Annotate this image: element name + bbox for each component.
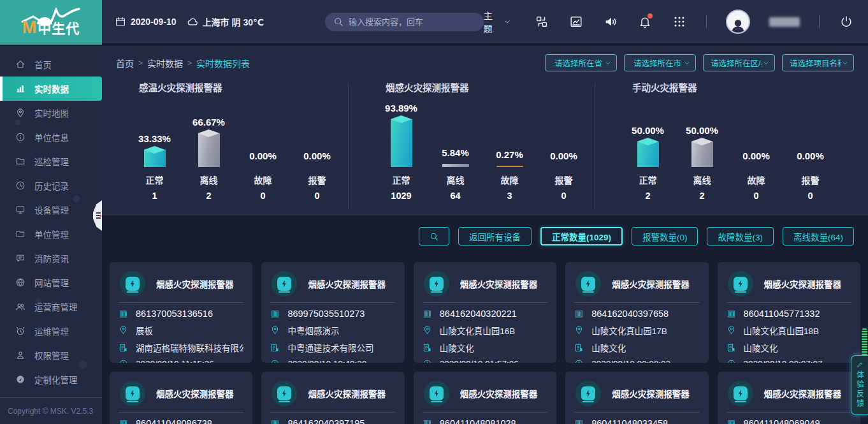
scrollbar-thumb[interactable] (862, 328, 867, 356)
status-percent: 0.00% (742, 150, 770, 161)
chevron-down-icon (503, 18, 511, 26)
sidebar-item-7[interactable]: 设备管理 (0, 198, 102, 222)
history-icon (574, 359, 584, 363)
sidebar-item-14[interactable]: 定制化管理 (0, 367, 102, 391)
search-input[interactable] (349, 17, 476, 27)
device-filter-toolbar: 返回所有设备正常数量(1029)报警数量(0)故障数量(3)离线数量(64) (102, 216, 868, 245)
sidebar-item-2[interactable]: 实时数据 (0, 77, 102, 101)
bolt-icon (584, 279, 593, 288)
notification-badge (647, 13, 653, 18)
device-card-3[interactable]: 烟感火灾探测报警器864162040320221山陵文化真山园16B山陵文化20… (414, 262, 556, 363)
sound-button[interactable] (603, 14, 618, 29)
device-card-7[interactable]: 烟感火灾探测报警器864162040397195山陵文化真山园 (261, 372, 404, 424)
card-time-row: 2020/09/10 01:57:06 (423, 359, 547, 363)
logo-letter-m: M (22, 18, 38, 37)
summary-panel: 首页>实时数据>实时数据列表 请选择所在省请选择所在市请选择所在区/县请选择项目… (102, 46, 868, 216)
status-label: 报警 (308, 173, 326, 186)
sidebar-item-13[interactable]: 权限管理 (0, 343, 102, 367)
pen-icon (856, 361, 864, 369)
card-header: 烟感火灾探测报警器 (270, 377, 395, 412)
toolbar-button-2[interactable]: 正常数量(1029) (540, 227, 623, 245)
status-label: 故障 (501, 173, 519, 186)
breadcrumb: 首页>实时数据>实时数据列表 (116, 57, 250, 69)
map-pin-icon (270, 325, 280, 335)
sidebar-item-4[interactable]: 单位信息 (0, 125, 102, 149)
apps-menu-button[interactable] (672, 14, 687, 29)
device-card-1[interactable]: 烟感火灾探测报警器861370053136516展板湖南迈格瑞特物联科技有限公司… (110, 262, 252, 363)
sidebar-item-10[interactable]: 网站管理 (0, 270, 102, 295)
notifications-button[interactable] (637, 14, 653, 29)
card-location-row: 山陵文化真山园17B (574, 324, 699, 337)
info-icon (15, 132, 25, 142)
feedback-tab[interactable]: 体验反馈 (851, 355, 868, 415)
device-card-4[interactable]: 烟感火灾探测报警器864162040397658山陵文化真山园17B山陵文化20… (565, 262, 708, 363)
speaker-icon (604, 15, 618, 29)
device-card-10[interactable]: 烟感火灾探测报警器860411048069049山陵文化真山园 (718, 372, 860, 424)
card-header: 烟感火灾探测报警器 (270, 268, 395, 302)
card-time-row: 2020/09/10 00:08:02 (574, 359, 699, 363)
sidebar-item-label: 运维管理 (34, 325, 69, 337)
filter-select-3[interactable]: 请选择所在区/县 (703, 54, 775, 71)
filter-select-2[interactable]: 请选择所在市 (624, 54, 696, 71)
barcode-icon (727, 419, 736, 424)
sidebar-item-5[interactable]: 巡检管理 (0, 149, 102, 173)
barcode-icon (423, 419, 432, 424)
device-card-6[interactable]: 烟感火灾探测报警器860411048086738山陵文化真山园 (110, 372, 252, 424)
chart-report-button[interactable] (568, 14, 584, 29)
global-search[interactable] (325, 13, 484, 31)
device-card-9[interactable]: 烟感火灾探测报警器860411048033458山陵文化真山园 (565, 372, 708, 424)
toolbar-button-1[interactable]: 返回所有设备 (458, 227, 532, 245)
sidebar-item-1[interactable]: 首页 (0, 52, 102, 77)
sidebar-item-11[interactable]: 运营商管理 (0, 295, 102, 319)
history-icon (727, 359, 736, 363)
card-title: 烟感火灾探测报警器 (308, 387, 386, 400)
sidebar-item-label: 定制化管理 (34, 373, 78, 386)
sidebar-item-6[interactable]: 历史记录 (0, 173, 102, 198)
device-card-2[interactable]: 烟感火灾探测报警器869975035510273中粤烟感演示中粤通建技术有限公司… (261, 262, 404, 363)
card-divider (574, 302, 699, 303)
sidebar-item-12[interactable]: 运维管理 (0, 319, 102, 343)
search-devices-button[interactable] (419, 227, 449, 245)
status-value: 0 (314, 191, 319, 205)
chart-group-title: 烟感火灾探测报警器 (386, 80, 595, 94)
status-label: 正常 (393, 173, 410, 186)
toolbar-button-3[interactable]: 报警数量(0) (632, 227, 698, 245)
toolbar-button-5[interactable]: 离线数量(64) (783, 227, 854, 245)
feedback-label: 体验反馈 (855, 370, 865, 409)
status-value: 1029 (391, 191, 411, 205)
map-pin-icon (15, 108, 25, 118)
card-divider (119, 302, 243, 303)
toolbar-button-4[interactable]: 故障数量(3) (707, 227, 774, 245)
status-value: 0 (807, 191, 813, 205)
sidebar-item-label: 运营商管理 (34, 300, 78, 313)
status-percent: 33.33% (138, 133, 171, 144)
sidebar-item-label: 权限管理 (34, 349, 69, 362)
user-lock-icon (15, 350, 25, 360)
card-title: 烟感火灾探测报警器 (156, 277, 234, 290)
device-card-8[interactable]: 烟感火灾探测报警器860411048081028山陵文化真山园 (414, 372, 556, 424)
theme-selector[interactable]: 主题 (484, 9, 511, 34)
card-serial-row: 860411048033458 (574, 418, 699, 424)
barcode-icon (574, 419, 584, 424)
breadcrumb-item[interactable]: 实时数据列表 (196, 57, 250, 69)
sidebar-item-3[interactable]: 实时地图 (0, 101, 102, 125)
sidebar-item-label: 消防资讯 (34, 252, 69, 265)
card-serial-row: 864162040320221 (423, 309, 547, 319)
app-logo[interactable]: M中生代 (0, 0, 102, 45)
sidebar-item-8[interactable]: 单位管理 (0, 222, 102, 246)
card-title: 烟感火灾探测报警器 (460, 387, 538, 400)
user-avatar[interactable] (726, 10, 750, 34)
breadcrumb-item[interactable]: 实时数据 (147, 57, 183, 69)
device-card-5[interactable]: 烟感火灾探测报警器860411045771332山陵文化真山园18B山陵文化20… (718, 262, 860, 363)
card-serial-row: 861370053136516 (119, 309, 243, 319)
bolt-icon (280, 389, 289, 398)
sidebar-item-9[interactable]: 消防资讯 (0, 246, 102, 270)
card-divider (423, 412, 547, 413)
breadcrumb-item[interactable]: 首页 (116, 57, 134, 69)
chart-box-icon (569, 15, 583, 29)
logout-button[interactable] (839, 14, 854, 29)
filter-select-4[interactable]: 请选择项目名称 (782, 54, 854, 71)
card-location-row: 山陵文化真山园18B (727, 324, 851, 337)
filter-select-1[interactable]: 请选择所在省 (545, 54, 617, 71)
org-switch-button[interactable] (534, 14, 549, 29)
